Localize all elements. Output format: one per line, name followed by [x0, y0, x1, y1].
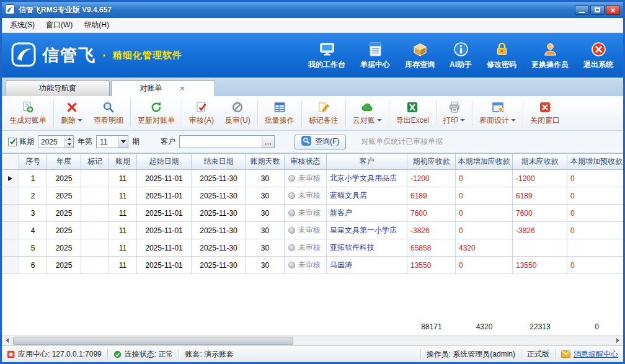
menu-item[interactable]: 帮助(H)	[78, 18, 115, 32]
tab-function-nav[interactable]: 功能导航窗	[6, 80, 110, 96]
chevron-down-icon[interactable]	[118, 136, 128, 148]
period-select[interactable]: 11	[96, 135, 128, 148]
cell-year: 2025	[47, 257, 81, 274]
menu-item[interactable]: 窗口(W)	[40, 18, 78, 32]
column-header[interactable]: 本期增加应收款	[456, 154, 513, 170]
export-excel-button[interactable]: 导出Excel	[391, 98, 435, 129]
row-selector[interactable]	[2, 170, 19, 187]
table-row[interactable]: 62025112025-11-012025-11-3030未审核马国涛13550…	[2, 257, 623, 274]
table-row[interactable]: 32025112025-11-012025-11-3030未审核新客户76000…	[2, 205, 623, 222]
cloud-reconcile-button[interactable]: 云对账	[347, 98, 388, 129]
column-header[interactable]: 序号	[19, 154, 47, 170]
customer-picker-button[interactable]: …	[262, 136, 274, 148]
nav-change-password[interactable]: 修改密码	[487, 41, 516, 70]
period-checkbox[interactable]: 账期	[8, 136, 34, 147]
row-selector[interactable]	[2, 239, 19, 257]
nav-doc-center[interactable]: 单据中心	[360, 41, 390, 70]
dropdown-arrow-icon[interactable]	[460, 119, 465, 122]
toolbar-button-label-row: 更新对账单	[138, 115, 175, 126]
dropdown-arrow-icon[interactable]	[377, 119, 382, 122]
brand-dot: ·	[102, 48, 107, 63]
minimize-button[interactable]	[575, 5, 589, 15]
tab-label: 功能导航窗	[39, 83, 76, 94]
nav-inventory-query[interactable]: 库存查询	[405, 41, 435, 70]
toolbar-button-label-row: 删除	[61, 115, 82, 126]
column-header[interactable]: 审核状态	[285, 154, 327, 170]
toolbar-button-label: 打印	[443, 115, 458, 126]
column-header[interactable]: 期初应收款	[407, 154, 456, 170]
row-selector[interactable]	[2, 205, 19, 222]
year-spinner[interactable]: 2025	[38, 135, 74, 148]
view-detail-button[interactable]: 查看明细	[88, 98, 129, 129]
maximize-button[interactable]	[590, 5, 605, 15]
row-selector[interactable]	[2, 187, 19, 205]
query-button[interactable]: 查询(F)	[295, 135, 346, 149]
tab-close-icon[interactable]: ×	[178, 84, 187, 93]
nav-ai-assistant[interactable]: AI助手	[450, 41, 472, 70]
scroll-right-icon[interactable]	[613, 335, 623, 345]
dropdown-arrow-icon[interactable]	[78, 119, 82, 122]
nav-label: 我的工作台	[308, 60, 345, 70]
table-row[interactable]: 12025112025-11-012025-11-3030未审核北京小学文具用品…	[2, 170, 623, 187]
cell-year: 2025	[47, 170, 81, 187]
column-header[interactable]: 起始日期	[137, 154, 192, 170]
horizontal-scrollbar[interactable]	[2, 335, 623, 345]
status-message-center[interactable]: 消息提醒中心	[561, 349, 618, 360]
update-statement-button[interactable]: 更新对账单	[132, 98, 180, 129]
brand: 信管飞 · 精细化管理软件	[11, 42, 182, 69]
unaudit-button[interactable]: 反审(U)	[219, 98, 256, 129]
cell-begin_recv: -1200	[407, 170, 456, 187]
cell-seq: 6	[19, 257, 47, 274]
monitor-icon	[319, 41, 335, 58]
toolbar-button-label-row: 导出Excel	[396, 115, 429, 126]
cell-period: 11	[109, 257, 137, 274]
scrollbar-thumb[interactable]	[13, 337, 293, 345]
column-header[interactable]: 账期	[109, 154, 137, 170]
status-text: 未审核	[298, 225, 321, 236]
delete-button[interactable]: 删除	[55, 98, 88, 129]
toolbar-button-label: 批量操作	[265, 115, 295, 126]
nav-workbench[interactable]: 我的工作台	[308, 41, 345, 70]
menu-item[interactable]: 系统(S)	[4, 18, 40, 32]
close-window-button[interactable]: ×	[606, 5, 620, 15]
row-selector[interactable]	[2, 222, 19, 239]
column-header[interactable]: 本期增加预收款	[567, 154, 623, 170]
cell-add_recv: 0	[456, 205, 513, 222]
customer-input[interactable]	[180, 136, 262, 148]
table-row[interactable]: 22025112025-11-012025-11-3030未审核蓝猫文具店618…	[2, 187, 623, 205]
audit-button[interactable]: 审核(A)	[184, 98, 219, 129]
filter-bar: 账期 2025 年第 11 期 客户 … 查询(F) 对账单仅统计已审核单据	[2, 131, 623, 153]
column-header[interactable]: 结束日期	[192, 154, 246, 170]
column-header[interactable]: 标记	[81, 154, 109, 170]
table-row[interactable]: 42025112025-11-012025-11-3030未审核星星文具第一小学…	[2, 222, 623, 239]
column-header[interactable]: 期末应收款	[513, 154, 567, 170]
spinner-up-icon[interactable]	[65, 136, 73, 142]
cell-period: 11	[109, 170, 137, 187]
dropdown-arrow-icon[interactable]	[511, 119, 516, 122]
batch-operation-button[interactable]: 批量操作	[259, 98, 300, 129]
nav-label: 单据中心	[360, 60, 390, 70]
nav-switch-operator[interactable]: 更换操作员	[531, 41, 569, 70]
spinner-down-icon[interactable]	[65, 142, 73, 148]
scroll-left-icon[interactable]	[2, 335, 12, 345]
table-row[interactable]: 52025112025-11-012025-11-3030未审核亚拓软件科技65…	[2, 239, 623, 257]
delete-icon	[66, 101, 78, 113]
column-header[interactable]: 账期天数	[246, 154, 285, 170]
ui-design-button[interactable]: 界面设计	[474, 98, 521, 129]
maximize-icon	[595, 7, 600, 12]
generate-statement-button[interactable]: 生成对账单	[4, 98, 52, 129]
row-selector[interactable]	[2, 257, 19, 274]
column-header[interactable]: 年度	[47, 154, 81, 170]
close-window-button[interactable]: 关闭窗口	[525, 98, 565, 129]
print-button[interactable]: 打印	[438, 98, 471, 129]
cell-days: 30	[246, 239, 285, 257]
toolbar-separator	[301, 100, 302, 127]
column-header[interactable]: 客户	[327, 154, 407, 170]
tab-bar: 功能导航窗对账单×	[2, 78, 623, 96]
tab-statement[interactable]: 对账单×	[111, 80, 215, 96]
filter-hint: 对账单仅统计已审核单据	[361, 136, 443, 147]
nav-exit-system[interactable]: 退出系统	[583, 41, 613, 70]
message-center-link[interactable]: 消息提醒中心	[574, 349, 618, 360]
mark-note-button[interactable]: 标记备注	[303, 98, 344, 129]
total-begin_recv: 88171	[407, 322, 456, 331]
